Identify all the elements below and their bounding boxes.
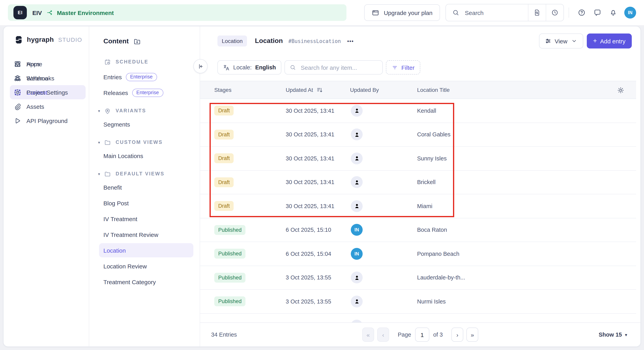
folder-plus-icon[interactable]	[134, 38, 141, 45]
project-avatar[interactable]: EI	[14, 6, 27, 19]
stage-badge: Published	[214, 297, 246, 307]
page-size-selector[interactable]: Show 15 ▾	[598, 332, 627, 338]
global-search[interactable]: Search	[446, 4, 528, 21]
caret-down-icon: ▾	[625, 333, 627, 337]
column-header-updated-at[interactable]: Updated At	[286, 87, 350, 93]
logo[interactable]: hygraph STUDIO	[14, 35, 82, 44]
page-number-input[interactable]	[415, 328, 429, 342]
sidebar-item-apps[interactable]: Apps	[10, 57, 86, 71]
model-menu-button[interactable]: •••	[347, 38, 354, 44]
table-row-miami[interactable]: Draft 30 Oct 2025, 13:41 Miami	[200, 194, 636, 218]
updated-at-cell: 3 Oct 2025, 13:55	[286, 275, 350, 281]
item-search-input[interactable]	[300, 64, 380, 71]
locale-selector[interactable]: Locale: English	[218, 60, 281, 74]
sidebar-item-webhooks[interactable]: Webhooks	[10, 71, 86, 85]
section-header-schedule[interactable]: ▾ SCHEDULE	[89, 57, 200, 67]
table-row-lauderdale-by-th[interactable]: Published 3 Oct 2025, 13:55 Lauderdale-b…	[200, 266, 636, 290]
view-item-treatment-category[interactable]: Treatment Category	[99, 275, 193, 289]
avatar	[351, 296, 363, 307]
table-row-coral-gables[interactable]: Draft 30 Oct 2025, 13:41 Coral Gables	[200, 123, 636, 147]
view-item-label: Location Review	[104, 263, 147, 269]
user-avatar[interactable]: IN	[624, 7, 636, 18]
sidebar-item-project-settings[interactable]: Project Settings	[10, 85, 86, 99]
section-header-default-views[interactable]: ▾ DEFAULT VIEWS	[89, 169, 200, 178]
view-item-iv-treatment-review[interactable]: IV Treatment Review	[99, 227, 193, 242]
history-button[interactable]	[546, 4, 564, 21]
filter-button[interactable]: Filter	[386, 60, 420, 74]
section-header-custom-views[interactable]: ▾ CUSTOM VIEWS	[89, 138, 200, 147]
location-title-cell: Nurmi Isles	[417, 298, 636, 305]
content-panel-sections: ▾ SCHEDULE Entries Enterprise Releases E…	[89, 57, 200, 289]
table-row-partial[interactable]	[200, 314, 636, 324]
view-item-blog-post[interactable]: Blog Post	[99, 196, 193, 210]
view-item-label: Entries	[104, 73, 122, 80]
bell-icon	[609, 9, 617, 16]
table-row-nurmi-isles[interactable]: Published 3 Oct 2025, 13:55 Nurmi Isles	[200, 290, 636, 314]
search-icon	[290, 64, 296, 71]
logo-suffix: STUDIO	[58, 37, 82, 43]
column-header-updated-by[interactable]: Updated By	[350, 87, 417, 93]
help-button[interactable]	[574, 5, 590, 20]
feedback-button[interactable]	[590, 5, 605, 20]
apps-icon	[14, 60, 21, 68]
notifications-button[interactable]	[605, 5, 621, 20]
section-header-variants[interactable]: ▾ VARIANTS	[89, 106, 200, 116]
section-custom-views: ▾ CUSTOM VIEWS Main Locations	[89, 138, 200, 163]
schedule-icon	[104, 58, 111, 65]
view-item-releases[interactable]: Releases Enterprise	[99, 86, 193, 100]
prev-page-button[interactable]: ‹	[377, 328, 389, 342]
view-item-location-review[interactable]: Location Review	[99, 259, 193, 273]
table-row-brickell[interactable]: Draft 30 Oct 2025, 13:41 Brickell	[200, 171, 636, 194]
updated-at-cell: 6 Oct 2025, 15:10	[286, 227, 350, 233]
caret-down-icon: ▾	[95, 109, 104, 113]
item-search-box	[284, 60, 383, 74]
branch-icon	[46, 9, 54, 16]
stage-badge: Draft	[214, 130, 234, 140]
view-item-entries[interactable]: Entries Enterprise	[99, 70, 193, 84]
view-item-segments[interactable]: Segments	[99, 117, 193, 131]
column-header-stages[interactable]: Stages	[214, 87, 286, 93]
table-row-sunny-isles[interactable]: Draft 30 Oct 2025, 13:41 Sunny Isles	[200, 147, 636, 171]
first-page-button[interactable]: «	[362, 328, 374, 342]
upgrade-plan-button[interactable]: Upgrade your plan	[364, 4, 440, 21]
section-label: CUSTOM VIEWS	[116, 140, 163, 145]
collapse-left-icon	[197, 63, 204, 70]
global-search-group: Search	[446, 4, 564, 21]
stage-badge: Draft	[214, 177, 234, 187]
view-item-label: Segments	[104, 121, 130, 128]
next-page-button[interactable]: ›	[452, 328, 463, 342]
location-title-cell: Pompano Beach	[417, 251, 636, 257]
location-title-cell: Brickell	[417, 179, 636, 185]
top-bar-actions: Upgrade your plan Search	[364, 4, 636, 21]
main-sidebar: hygraph STUDIO Home Schema Content Asset…	[4, 26, 89, 347]
view-item-iv-treatment[interactable]: IV Treatment	[99, 212, 193, 226]
main-area: Location Location #BusinessLocation ••• …	[200, 26, 640, 347]
avatar	[351, 200, 363, 212]
view-item-benefit[interactable]: Benefit	[99, 180, 193, 194]
view-item-label: Releases	[104, 89, 128, 96]
section-default-views: ▾ DEFAULT VIEWS Benefit Blog Post IV Tre…	[89, 169, 200, 289]
add-entry-button[interactable]: + Add entry	[587, 33, 632, 48]
table-row-pompano-beach[interactable]: Published 6 Oct 2025, 15:04 IN Pompano B…	[200, 242, 636, 266]
document-search-button[interactable]	[528, 4, 546, 21]
column-header-location-title[interactable]: Location Title	[417, 87, 636, 93]
view-button[interactable]: View	[539, 33, 583, 48]
environment-pill[interactable]: EI EIV Master Environment	[8, 4, 346, 21]
app: EI EIV Master Environment Upgrade your p…	[0, 0, 644, 350]
view-item-location[interactable]: Location	[99, 243, 193, 257]
table-body: Draft 30 Oct 2025, 13:41 Kendall Draft 3…	[200, 99, 636, 324]
view-item-main-locations[interactable]: Main Locations	[99, 149, 193, 163]
collapse-panel-button[interactable]	[193, 59, 208, 73]
view-item-label: Blog Post	[104, 200, 129, 206]
help-icon	[578, 9, 586, 16]
pagination-bar: 34 Entries « ‹ Page of 3 › » Show 15 ▾	[200, 322, 640, 347]
caret-down-icon: ▾	[95, 172, 104, 176]
table-row-kendall[interactable]: Draft 30 Oct 2025, 13:41 Kendall	[200, 99, 636, 123]
filter-button-label: Filter	[401, 64, 414, 71]
table-row-boca-raton[interactable]: Published 6 Oct 2025, 15:10 IN Boca Rato…	[200, 218, 636, 242]
plus-icon: +	[593, 37, 597, 45]
last-page-button[interactable]: »	[466, 328, 478, 342]
column-settings-button[interactable]	[617, 81, 624, 99]
card-icon	[372, 9, 379, 16]
section-label: DEFAULT VIEWS	[116, 171, 164, 176]
